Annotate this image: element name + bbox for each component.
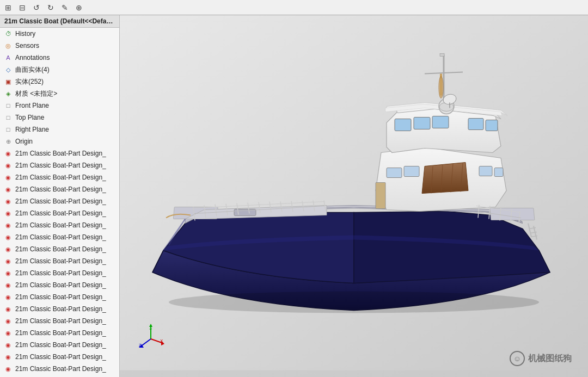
tree-item-icon-surface: ◇ [3,65,13,75]
tree-item-part11[interactable]: ◉21m Classic Boat-Part Design_ [0,267,119,279]
tree-item-part5[interactable]: ◉21m Classic Boat-Part Design_ [0,195,119,207]
svg-text:Y: Y [149,327,152,332]
svg-rect-9 [479,166,492,176]
tree-item-part20[interactable]: ◉21m Classic Boat-Part Design_ [0,375,119,377]
tree-item-icon-origin: ⊕ [3,137,13,146]
svg-text:X: X [160,338,163,343]
tree-item-icon-history: ⏱ [3,29,13,39]
tree-item-origin[interactable]: ⊕Origin [0,135,119,147]
tree-item-label-part19: 21m Classic Boat-Part Design_ [15,365,106,373]
tree-item-part19[interactable]: ◉21m Classic Boat-Part Design_ [0,363,119,375]
tree-item-label-origin: Origin [15,138,33,145]
tree-item-topplane[interactable]: □Top Plane [0,112,119,123]
tree-item-icon-part15: ◉ [3,316,13,326]
watermark-text: 机械图纸狗 [528,353,572,364]
tree-list[interactable]: ⏱History◎SensorsAAnnotations◇曲面实体(4)▣实体(… [0,28,119,377]
toolbar-icon-5[interactable]: ✎ [59,2,71,14]
tree-item-label-sensors: Sensors [15,42,39,50]
tree-item-label-topplane: Top Plane [15,114,44,121]
tree-item-icon-part19: ◉ [3,364,13,374]
tree-item-part16[interactable]: ◉21m Classic Boat-Part Design_ [0,327,119,339]
tree-item-part2[interactable]: ◉21m Classic Boat-Part Design_ [0,159,119,171]
tree-item-icon-part18: ◉ [3,352,13,362]
svg-rect-10 [494,168,503,177]
toolbar-icon-2[interactable]: ⊟ [16,2,28,14]
tree-item-history[interactable]: ⏱History [0,28,119,40]
tree-item-icon-part12: ◉ [3,280,13,290]
svg-rect-25 [440,54,444,57]
tree-item-icon-part6: ◉ [3,208,13,218]
tree-item-icon-part8: ◉ [3,232,13,242]
tree-item-part10[interactable]: ◉21m Classic Boat-Part Design_ [0,255,119,267]
tree-item-label-solid: 实体(252) [15,77,44,86]
tree-item-label-rightplane: Right Plane [15,126,49,133]
tree-item-label-frontplane: Front Plane [15,102,49,109]
tree-item-icon-part14: ◉ [3,304,13,314]
svg-rect-7 [387,168,402,178]
tree-item-icon-part4: ◉ [3,184,13,194]
tree-item-label-part5: 21m Classic Boat-Part Design_ [15,197,106,205]
tree-item-label-surface: 曲面实体(4) [15,65,50,75]
tree-item-icon-frontplane: □ [3,101,13,110]
tree-item-surface[interactable]: ◇曲面实体(4) [0,64,119,76]
svg-rect-15 [468,119,483,130]
tree-item-part14[interactable]: ◉21m Classic Boat-Part Design_ [0,303,119,315]
tree-item-icon-part5: ◉ [3,196,13,206]
tree-item-label-part4: 21m Classic Boat-Part Design_ [15,186,106,193]
viewport[interactable]: Y X Z ☺ 机械图纸狗 [120,15,588,377]
svg-point-50 [169,292,539,313]
tree-item-part15[interactable]: ◉21m Classic Boat-Part Design_ [0,315,119,327]
tree-item-label-part6: 21m Classic Boat-Part Design_ [15,209,106,217]
tree-item-icon-part1: ◉ [3,149,13,158]
tree-item-icon-part2: ◉ [3,160,13,170]
tree-item-icon-part9: ◉ [3,244,13,254]
tree-item-label-part3: 21m Classic Boat-Part Design_ [15,174,106,181]
tree-item-part12[interactable]: ◉21m Classic Boat-Part Design_ [0,279,119,291]
tree-item-icon-part11: ◉ [3,268,13,278]
tree-item-part3[interactable]: ◉21m Classic Boat-Part Design_ [0,171,119,183]
tree-item-part6[interactable]: ◉21m Classic Boat-Part Design_ [0,207,119,219]
left-panel: 21m Classic Boat (Default<<Defau... ⏱His… [0,15,120,377]
tree-item-part13[interactable]: ◉21m Classic Boat-Part Design_ [0,291,119,303]
tree-item-rightplane[interactable]: □Right Plane [0,123,119,135]
tree-item-part9[interactable]: ◉21m Classic Boat-Part Design_ [0,243,119,255]
toolbar-icon-1[interactable]: ⊞ [2,2,14,14]
tree-item-part8[interactable]: ◉21m Classic Boat-Part Design_ [0,231,119,243]
svg-text:Z: Z [139,343,142,348]
tree-item-part4[interactable]: ◉21m Classic Boat-Part Design_ [0,183,119,195]
panel-title: 21m Classic Boat (Default<<Defau... [0,15,119,28]
tree-item-label-history: History [15,30,35,38]
tree-item-icon-part13: ◉ [3,292,13,302]
toolbar-icon-3[interactable]: ↺ [30,2,42,14]
tree-item-part7[interactable]: ◉21m Classic Boat-Part Design_ [0,219,119,231]
tree-item-icon-part7: ◉ [3,220,13,230]
tree-item-icon-topplane: □ [3,113,13,122]
svg-rect-0 [120,22,588,370]
toolbar: ⊞ ⊟ ↺ ↻ ✎ ⊕ [0,0,588,15]
tree-item-part1[interactable]: ◉21m Classic Boat-Part Design_ [0,147,119,159]
tree-item-icon-sensors: ◎ [3,41,13,51]
tree-item-part17[interactable]: ◉21m Classic Boat-Part Design_ [0,339,119,351]
main-area: 21m Classic Boat (Default<<Defau... ⏱His… [0,15,588,377]
axis-indicator: Y X Z [136,323,163,350]
tree-item-label-part15: 21m Classic Boat-Part Design_ [15,317,106,325]
svg-rect-12 [395,119,411,131]
watermark: ☺ 机械图纸狗 [510,351,572,366]
toolbar-icon-4[interactable]: ↻ [45,2,57,14]
tree-item-part18[interactable]: ◉21m Classic Boat-Part Design_ [0,351,119,363]
svg-rect-13 [414,118,430,129]
tree-item-annotations[interactable]: AAnnotations [0,52,119,64]
tree-item-material[interactable]: ◈材质 <未指定> [0,88,119,100]
toolbar-icon-6[interactable]: ⊕ [73,2,85,14]
tree-item-label-annotations: Annotations [15,54,50,61]
tree-item-frontplane[interactable]: □Front Plane [0,100,119,112]
tree-item-icon-annotations: A [3,53,13,63]
svg-rect-16 [486,120,498,131]
tree-item-label-part13: 21m Classic Boat-Part Design_ [15,293,106,301]
tree-item-label-part11: 21m Classic Boat-Part Design_ [15,269,106,277]
tree-item-label-part2: 21m Classic Boat-Part Design_ [15,162,106,169]
tree-item-solid[interactable]: ▣实体(252) [0,76,119,88]
tree-item-sensors[interactable]: ◎Sensors [0,40,119,52]
watermark-icon: ☺ [510,351,525,366]
svg-rect-8 [404,166,419,177]
